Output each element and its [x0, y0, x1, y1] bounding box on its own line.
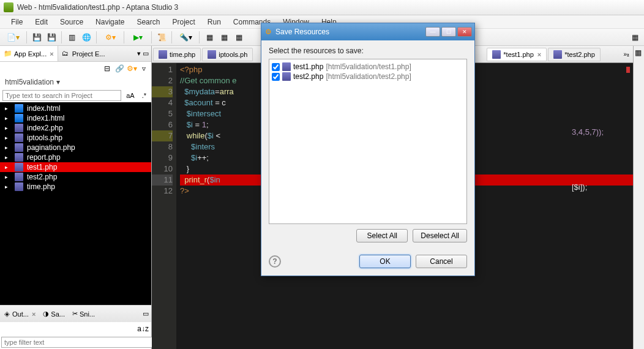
expand-icon[interactable]: ▸: [5, 125, 11, 131]
minimize-button[interactable]: —: [425, 27, 440, 37]
file-item-test1-php[interactable]: ▸ test1.php: [0, 162, 151, 172]
help-icon[interactable]: ?: [269, 255, 281, 268]
editor-tab-iptools[interactable]: iptools.ph: [202, 48, 253, 61]
project-explorer-icon: 🗂: [62, 50, 70, 58]
tab-snippets[interactable]: ✂ Sni...: [69, 306, 99, 322]
expand-icon[interactable]: ▸: [5, 184, 11, 190]
preferences-button[interactable]: ⚙▾: [100, 31, 121, 44]
expand-icon[interactable]: ▸: [5, 105, 11, 111]
web-button[interactable]: 🌐: [80, 31, 93, 44]
panel-tools: ⊟ 🔗 ⚙▾ ▿: [0, 62, 151, 75]
file-item-test2-php[interactable]: ▸ test2.php: [0, 172, 151, 182]
expand-icon[interactable]: ▸: [5, 115, 11, 121]
editor-tab-time[interactable]: time.php: [153, 48, 201, 61]
line-number: 5: [152, 108, 173, 119]
resource-list[interactable]: test1.php [html5validation/test1.php] te…: [269, 59, 467, 224]
bottom-view-tabs: 🞛 Out... × ◑ Sa... ✂ Sni... ▭: [0, 305, 151, 322]
filter-input[interactable]: [1, 337, 152, 348]
tab-project-explorer-label: Project E...: [72, 50, 105, 58]
file-item-index-html[interactable]: ▸ index.html: [0, 103, 151, 113]
link-editor-icon[interactable]: 🔗: [114, 64, 124, 73]
search-button[interactable]: 🔦▾: [175, 31, 196, 44]
save-resources-dialog: ⚙ Save Resources — ☐ ✕ Select the resour…: [261, 23, 475, 276]
file-tree[interactable]: ▸ index.html▸ index1.html▸ index2.php▸ i…: [0, 102, 151, 305]
save-all-button[interactable]: 💾: [45, 31, 58, 44]
outline-icon: 🞛: [4, 310, 10, 318]
file-item-report-php[interactable]: ▸ report.php: [0, 152, 151, 162]
menu-search[interactable]: Search: [130, 16, 166, 28]
expand-icon[interactable]: ▸: [5, 154, 11, 160]
editor-tab-test1[interactable]: *test1.php ×: [487, 48, 547, 61]
menu-run[interactable]: Run: [201, 16, 227, 28]
sort-icon[interactable]: a↓z: [137, 325, 149, 333]
breadcrumb-label: html5validation: [5, 78, 54, 86]
right-trim: ▦: [633, 46, 644, 349]
dialog-title-bar[interactable]: ⚙ Save Resources — ☐ ✕: [261, 23, 474, 40]
file-item-time-php[interactable]: ▸ time.php: [0, 182, 151, 192]
view-menu-icon[interactable]: ▿: [139, 64, 149, 73]
menu-source[interactable]: Source: [54, 16, 89, 28]
line-number: 9: [152, 152, 173, 163]
file-item-pagination-php[interactable]: ▸ pagination.php: [0, 143, 151, 152]
resource-item[interactable]: test2.php [html5validation/test2.php]: [272, 72, 464, 81]
expand-icon[interactable]: ▸: [5, 164, 11, 170]
new-button[interactable]: 📄▾: [2, 31, 23, 44]
resource-checkbox[interactable]: [272, 73, 280, 81]
tab-project-explorer[interactable]: 🗂 Project E...: [58, 46, 109, 61]
file-item-iptools-php[interactable]: ▸ iptools.php: [0, 133, 151, 143]
menu-file[interactable]: File: [5, 16, 29, 28]
close-icon[interactable]: ×: [31, 310, 36, 318]
toolbar-separator: [171, 31, 172, 43]
php-icon: [15, 153, 23, 162]
deselect-all-button[interactable]: Deselect All: [413, 229, 467, 242]
tab-outline[interactable]: 🞛 Out... ×: [0, 306, 39, 322]
menu-navigate[interactable]: Navigate: [89, 16, 130, 28]
perspective-btn-1[interactable]: ▦: [203, 31, 216, 44]
view-controls[interactable]: ▭: [140, 306, 151, 322]
menu-edit[interactable]: Edit: [29, 16, 54, 28]
tab-overflow-icon[interactable]: »₂: [623, 51, 629, 58]
resource-checkbox[interactable]: [272, 63, 280, 71]
open-perspective-button[interactable]: ▦: [628, 31, 642, 44]
select-all-button[interactable]: Select All: [356, 229, 408, 242]
expand-icon[interactable]: ▸: [5, 135, 11, 141]
scripts-button[interactable]: 📜: [155, 31, 168, 44]
close-icon[interactable]: ×: [48, 50, 53, 58]
maximize-button[interactable]: ☐: [441, 27, 456, 37]
toolbar-separator: [151, 31, 152, 43]
terminal-button[interactable]: ▥: [65, 31, 78, 44]
tab-samples[interactable]: ◑ Sa...: [39, 306, 69, 322]
ok-button[interactable]: OK: [359, 255, 411, 268]
tab-app-explorer[interactable]: 📁 App Expl... ×: [0, 46, 58, 61]
resource-item[interactable]: test1.php [html5validation/test1.php]: [272, 62, 464, 72]
cancel-button[interactable]: Cancel: [416, 255, 467, 268]
case-toggle[interactable]: aA: [124, 91, 137, 100]
app-icon: [4, 2, 13, 12]
menu-project[interactable]: Project: [166, 16, 201, 28]
run-button[interactable]: ▶▾: [127, 31, 148, 44]
show-view-icon[interactable]: ▦: [635, 48, 643, 57]
php-icon: [282, 72, 291, 81]
close-button[interactable]: ✕: [457, 27, 472, 37]
toolbar-separator: [26, 31, 27, 43]
expand-icon[interactable]: ▸: [5, 174, 11, 180]
save-button[interactable]: 💾: [30, 31, 43, 44]
file-item-index1-html[interactable]: ▸ index1.html: [0, 113, 151, 123]
line-number: 3: [152, 86, 173, 97]
file-item-index2-php[interactable]: ▸ index2.php: [0, 123, 151, 133]
regex-toggle[interactable]: .*: [140, 91, 149, 100]
expand-icon[interactable]: ▸: [5, 144, 11, 151]
error-marker[interactable]: [626, 67, 630, 73]
breadcrumb[interactable]: html5validation ▾: [0, 75, 151, 89]
gear-icon[interactable]: ⚙▾: [127, 64, 137, 73]
code-fragment: [$i]);: [572, 182, 587, 192]
view-menu[interactable]: ▾ ▭: [135, 46, 151, 61]
collapse-all-icon[interactable]: ⊟: [102, 64, 112, 73]
editor-tab-test2[interactable]: *test2.php: [548, 48, 601, 61]
file-label: test2.php: [27, 173, 57, 181]
close-icon[interactable]: ×: [536, 51, 541, 58]
perspective-btn-3[interactable]: ▦: [232, 31, 245, 44]
search-input[interactable]: [2, 90, 121, 101]
line-number: 4: [152, 97, 173, 108]
perspective-btn-2[interactable]: ▦: [217, 31, 231, 44]
